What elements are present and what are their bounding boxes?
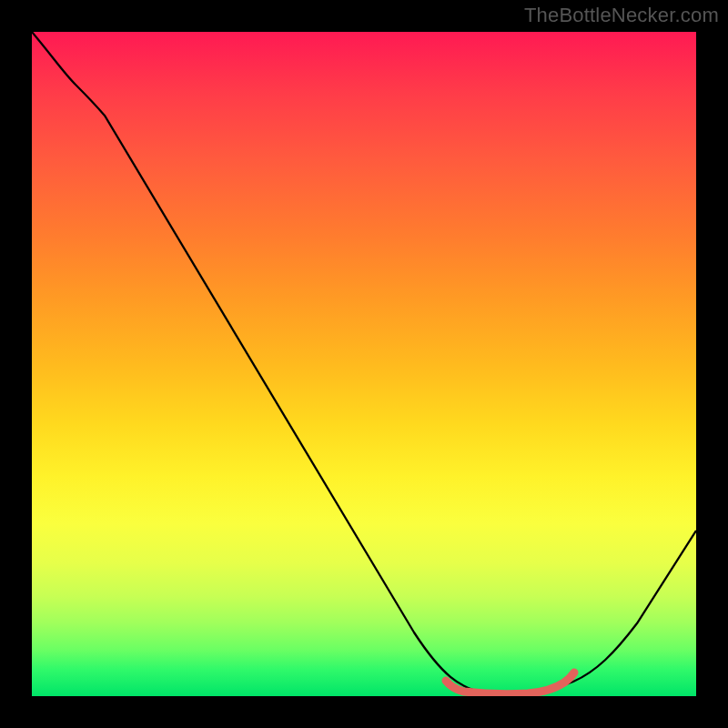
chart-frame: TheBottleNecker.com: [0, 0, 728, 728]
optimal-zone-marker: [446, 672, 574, 694]
plot-area: [32, 32, 696, 696]
curve-overlay: [32, 32, 696, 696]
watermark-text: TheBottleNecker.com: [524, 4, 719, 27]
bottleneck-curve: [32, 32, 696, 695]
